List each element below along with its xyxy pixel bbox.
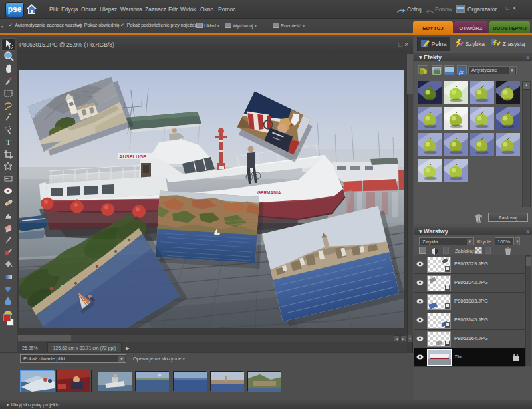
svg-text:fx: fx <box>459 68 464 75</box>
svg-text:T: T <box>6 138 11 147</box>
